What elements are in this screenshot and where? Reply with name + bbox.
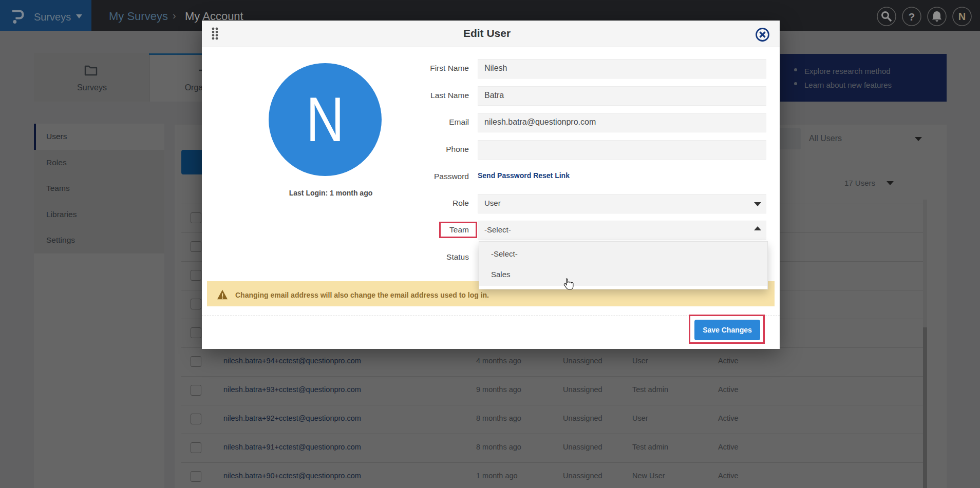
svg-text:N: N — [958, 11, 966, 22]
svg-text:?: ? — [909, 11, 915, 23]
